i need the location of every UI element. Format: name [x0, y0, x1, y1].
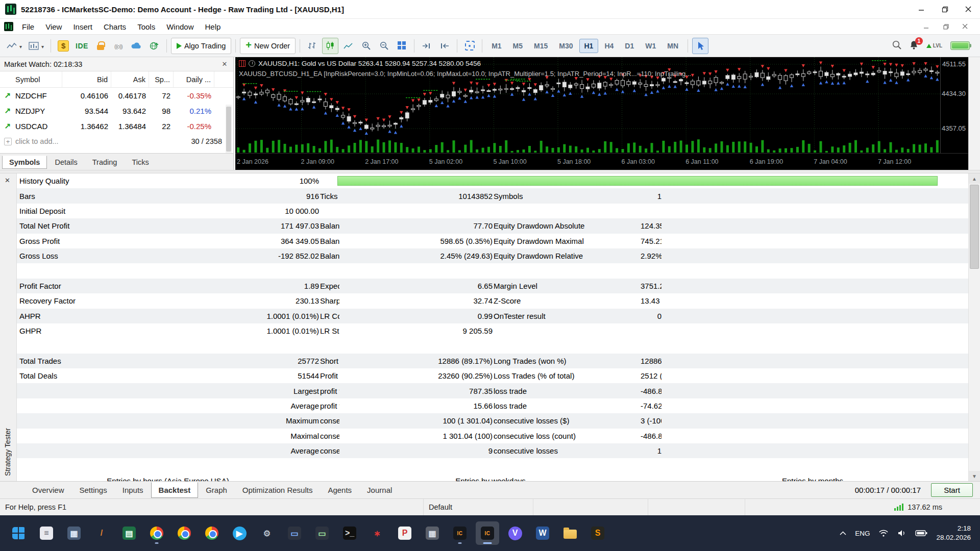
column-header[interactable]: Bid [62, 71, 111, 87]
chart-template-dropdown[interactable] [26, 38, 46, 54]
minimize-button[interactable] [910, 0, 933, 18]
language-indicator[interactable]: ENG [855, 530, 870, 537]
tester-tab[interactable]: Settings [72, 482, 115, 498]
zoom-out-button[interactable] [376, 38, 392, 54]
calculator[interactable]: ▦ [62, 521, 86, 545]
cloud-button[interactable] [128, 38, 144, 54]
timeframe-button[interactable]: W1 [640, 39, 661, 53]
ide-button[interactable]: IDE [73, 38, 91, 54]
candlestick-mode-button[interactable] [322, 38, 338, 54]
chrome-2[interactable] [173, 521, 196, 545]
symbols-button[interactable] [55, 38, 71, 54]
tester-tab[interactable]: Inputs [115, 482, 151, 498]
bar-chart-mode-button[interactable] [304, 38, 321, 54]
market-watch-row[interactable]: NZDJPY 93.544 93.642 98 0.21% [0, 103, 233, 118]
lock-button[interactable] [92, 38, 109, 54]
timeframe-button[interactable]: H4 [599, 39, 619, 53]
menu-item[interactable]: Tools [132, 20, 161, 33]
tester-tab[interactable]: Overview [24, 482, 72, 498]
zoom-in-button[interactable] [358, 38, 374, 54]
sublime[interactable]: S [586, 521, 609, 545]
starburst[interactable]: ∗ [365, 521, 389, 545]
new-order-button[interactable]: New Order [240, 38, 296, 54]
timeframe-button[interactable]: M15 [529, 39, 553, 53]
mdi-close-button[interactable] [957, 21, 974, 32]
start[interactable] [7, 521, 31, 545]
close-icon[interactable] [5, 177, 10, 184]
column-header[interactable]: Sp... [149, 71, 174, 87]
market-watch-tab[interactable]: Trading [85, 156, 125, 169]
market-watch-tab[interactable]: Ticks [125, 156, 156, 169]
cursor-tool-button[interactable] [692, 38, 708, 54]
chart-style-dropdown[interactable] [4, 38, 24, 54]
column-header[interactable]: Daily ... [174, 71, 214, 87]
restore-button[interactable] [933, 0, 957, 18]
start-button[interactable]: Start [931, 483, 973, 497]
tester-tab[interactable]: Backtest [151, 482, 199, 498]
mdi-restore-button[interactable] [937, 21, 954, 32]
mt5-icmarkets[interactable]: IC [448, 521, 472, 545]
close-icon[interactable] [220, 60, 229, 68]
column-header[interactable]: Ask [111, 71, 149, 87]
tester-tab[interactable]: Graph [198, 482, 235, 498]
market-watch-row[interactable]: USDCAD 1.36462 1.36484 22 -0.25% [0, 118, 233, 134]
timeframe-button[interactable]: H1 [579, 39, 599, 53]
tester-tab[interactable]: Optimization Results [235, 482, 321, 498]
folder[interactable] [558, 521, 582, 545]
timeframe-button[interactable]: MN [662, 39, 683, 53]
auto-scroll-button[interactable] [419, 38, 435, 54]
search-button[interactable] [892, 40, 901, 51]
market-watch-tab[interactable]: Details [47, 156, 84, 169]
menu-item[interactable]: View [40, 20, 67, 33]
menu-item[interactable]: Help [200, 20, 227, 33]
terminal[interactable]: >_ [338, 521, 361, 545]
add-symbol-row[interactable]: click to add... 30 / 2358 [0, 134, 233, 149]
p-app[interactable]: P [393, 521, 416, 545]
scrollbar-thumb[interactable] [970, 185, 979, 269]
viber[interactable]: V [503, 521, 527, 545]
chrome-1[interactable] [145, 521, 168, 545]
wifi-icon[interactable] [878, 529, 889, 537]
algo-trading-button[interactable]: Algo Trading [171, 38, 231, 54]
column-header[interactable]: Symbol [0, 71, 62, 87]
bar-timer-icon[interactable] [249, 60, 255, 67]
tester-tab[interactable]: Agents [320, 482, 359, 498]
timeframe-button[interactable]: M5 [508, 39, 528, 53]
tile-windows-button[interactable] [394, 38, 410, 54]
battery-icon[interactable] [915, 530, 927, 537]
timeframe-button[interactable]: M1 [486, 39, 506, 53]
setup-tools[interactable]: / [90, 521, 113, 545]
line-chart-mode-button[interactable] [340, 38, 356, 54]
timeframe-button[interactable]: D1 [620, 39, 639, 53]
settings-gear[interactable]: ⚙ [255, 521, 279, 545]
chart-document-icon[interactable] [4, 22, 13, 31]
speaker-icon[interactable] [897, 529, 906, 537]
market-watch-tab[interactable]: Symbols [2, 156, 47, 169]
levels-indicator[interactable]: LVL [926, 43, 942, 48]
device-box[interactable]: ▦ [421, 521, 444, 545]
telegram[interactable]: ▶ [228, 521, 251, 545]
monitor[interactable]: ▭ [310, 521, 334, 545]
timeframe-button[interactable]: M30 [554, 39, 578, 53]
community-button[interactable] [146, 38, 162, 54]
market-watch-row[interactable]: NZDCHF 0.46106 0.46178 72 -0.35% [0, 88, 233, 103]
notifications-button[interactable]: 1 [910, 40, 918, 52]
scroll-down-icon[interactable] [969, 471, 980, 481]
connection-status[interactable]: 137.62 ms [745, 499, 980, 515]
menu-item[interactable]: File [16, 20, 40, 33]
scroll-up-icon[interactable] [969, 173, 980, 184]
mt5-icmarkets-active[interactable]: IC [476, 521, 499, 545]
chart-shift-button[interactable] [436, 38, 453, 54]
chrome-3[interactable] [200, 521, 224, 545]
report-scrollbar[interactable] [968, 173, 980, 481]
horizontal-splitter[interactable] [0, 170, 980, 173]
word[interactable]: W [531, 521, 554, 545]
clock[interactable]: 2:18 28.02.2026 [936, 524, 971, 542]
mdi-minimize-button[interactable] [918, 21, 935, 32]
menu-item[interactable]: Window [161, 20, 199, 33]
close-button[interactable] [957, 0, 980, 18]
profile-name[interactable]: Default [424, 499, 533, 515]
menu-item[interactable]: Insert [67, 20, 98, 33]
screenshot-button[interactable] [461, 38, 478, 54]
signals-button[interactable] [110, 38, 127, 54]
